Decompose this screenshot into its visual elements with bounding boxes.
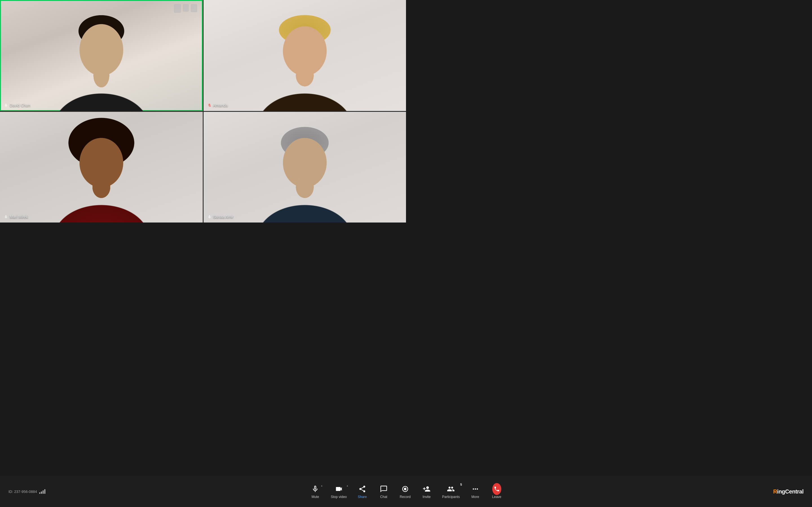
video-tile-mari-mirek: Mari Mirek — [0, 112, 203, 223]
video-tile-sanaa-amir: Sanaa Amir — [204, 112, 406, 223]
mic-icon-sanaa — [207, 215, 211, 219]
mic-icon-amanda — [207, 103, 211, 107]
participant-name-sanaa: Sanaa Amir — [207, 215, 234, 219]
mic-icon-mari — [4, 215, 8, 219]
participant-name-mari: Mari Mirek — [4, 215, 28, 219]
video-grid: David Chun Amanda Mari Mirek Sanaa Ami — [0, 0, 406, 223]
video-tile-amanda: Amanda — [204, 0, 406, 111]
participant-name-amanda: Amanda — [207, 103, 228, 108]
mic-icon-david — [4, 103, 8, 107]
participant-name-david: David Chun — [4, 103, 30, 108]
video-tile-david-chun: David Chun — [0, 0, 203, 111]
